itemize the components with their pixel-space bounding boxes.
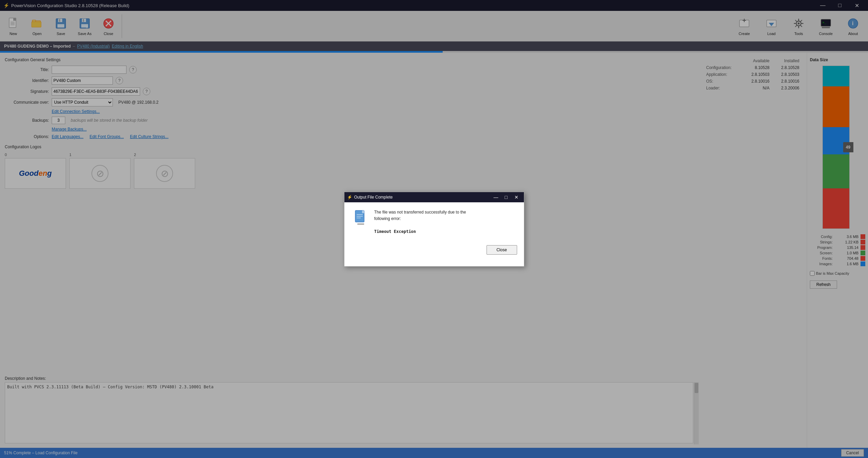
modal-close-x-button[interactable]: ✕ — [512, 192, 521, 202]
modal-minimize-button[interactable]: — — [491, 192, 501, 202]
modal-message: The file was not transferred successfull… — [374, 209, 466, 235]
modal-dialog: ⚡ Output File Complete — □ ✕ — [344, 192, 524, 267]
modal-titlebar: ⚡ Output File Complete — □ ✕ — [344, 192, 524, 202]
modal-message-line1: The file was not transferred successfull… — [374, 209, 466, 216]
modal-controls: — □ ✕ — [491, 192, 521, 202]
modal-title-text: Output File Complete — [354, 195, 393, 200]
modal-error-text: Timeout Exception — [374, 228, 466, 235]
svg-rect-42 — [357, 223, 364, 225]
modal-body: The file was not transferred successfull… — [344, 202, 524, 242]
modal-maximize-button[interactable]: □ — [501, 192, 511, 202]
modal-close-button[interactable]: Close — [487, 245, 517, 255]
svg-rect-41 — [362, 210, 364, 213]
modal-overlay: ⚡ Output File Complete — □ ✕ — [0, 0, 868, 458]
modal-file-icon — [353, 209, 369, 225]
modal-title-area: ⚡ Output File Complete — [347, 195, 393, 200]
modal-message-line2: following error: — [374, 216, 466, 222]
modal-footer: Close — [344, 242, 524, 260]
